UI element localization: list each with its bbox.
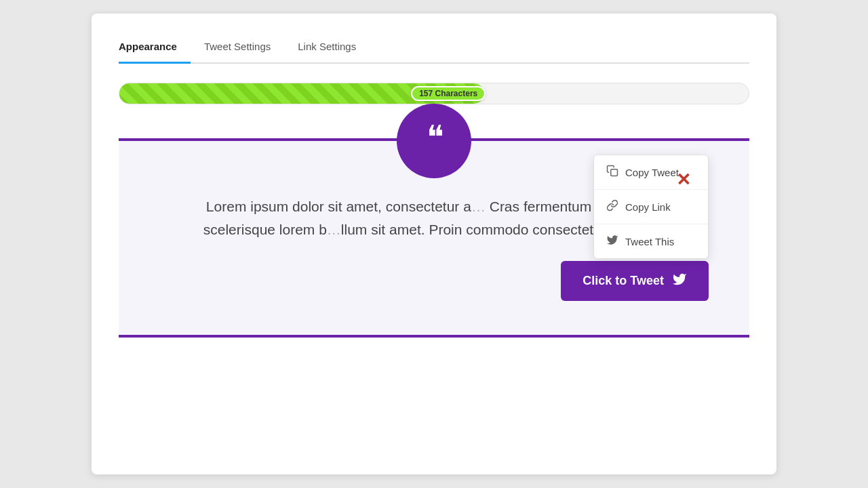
- click-to-tweet-button[interactable]: Click to Tweet: [561, 261, 709, 301]
- tweet-this-label: Tweet This: [625, 236, 674, 247]
- quotation-marks: ❝: [427, 121, 441, 154]
- twitter-icon: [606, 234, 618, 249]
- character-count: 157 Characters: [411, 86, 486, 101]
- progress-fill: 157 Characters: [119, 83, 484, 104]
- copy-link-item[interactable]: Copy Link: [594, 190, 708, 224]
- svg-rect-0: [611, 169, 618, 176]
- close-icon: ✕: [676, 169, 691, 190]
- quote-actions: Click to Tweet: [159, 261, 709, 301]
- tab-appearance[interactable]: Appearance: [119, 34, 191, 64]
- link-icon: [606, 199, 618, 214]
- tab-bar: Appearance Tweet Settings Link Settings: [119, 34, 749, 64]
- twitter-bird-icon: [672, 272, 687, 290]
- tab-tweet-settings[interactable]: Tweet Settings: [191, 34, 284, 64]
- settings-card: Appearance Tweet Settings Link Settings …: [92, 14, 776, 474]
- close-dropdown-button[interactable]: ✕: [672, 168, 695, 191]
- copy-tweet-label: Copy Tweet: [625, 167, 679, 178]
- quote-block: ❝ Copy Tweet Copy Link: [119, 138, 749, 338]
- tab-link-settings[interactable]: Link Settings: [284, 34, 370, 64]
- copy-icon: [606, 165, 618, 180]
- tweet-this-item[interactable]: Tweet This: [594, 224, 708, 258]
- copy-link-label: Copy Link: [625, 201, 671, 213]
- character-progress-bar: 157 Characters: [119, 83, 749, 104]
- quote-icon-circle: ❝: [397, 104, 471, 178]
- tweet-button-label: Click to Tweet: [583, 274, 664, 288]
